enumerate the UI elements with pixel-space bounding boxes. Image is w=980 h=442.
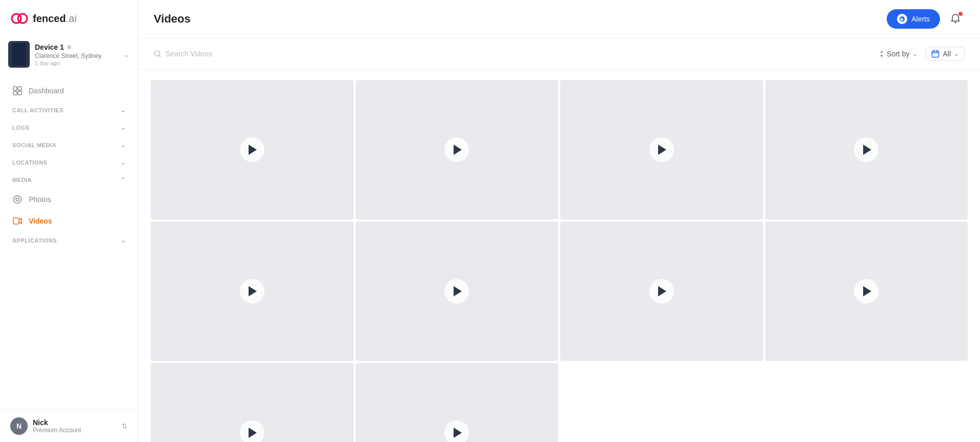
logo-icon xyxy=(10,9,29,28)
calendar-icon xyxy=(931,50,940,58)
play-button[interactable] xyxy=(240,137,264,162)
video-card[interactable] xyxy=(560,80,763,219)
social-media-chevron-icon: ⌄ xyxy=(120,142,126,149)
sort-dropdown-icon: ⌄ xyxy=(912,50,917,57)
sort-control[interactable]: ▲ ▼ Sort by ⌄ xyxy=(880,50,917,58)
svg-text:▶: ▶ xyxy=(901,17,904,22)
play-triangle-icon xyxy=(863,286,871,296)
play-button[interactable] xyxy=(649,137,674,162)
sidebar-item-logs[interactable]: LOGS ⌄ xyxy=(0,119,138,136)
sidebar-item-locations[interactable]: LOCATIONS ⌄ xyxy=(0,154,138,171)
sidebar-item-media[interactable]: MEDIA ⌃ xyxy=(0,171,138,189)
videos-icon xyxy=(12,216,23,226)
nav-section: Dashboard CALL ACTIVITIES ⌄ LOGS ⌄ SOCIA… xyxy=(0,76,138,410)
main-content: Videos ▶ Alerts xyxy=(138,0,980,442)
alerts-button-label: Alerts xyxy=(911,15,930,23)
video-grid xyxy=(151,80,968,442)
header-actions: ▶ Alerts xyxy=(887,9,965,29)
play-button[interactable] xyxy=(444,420,469,442)
video-card[interactable] xyxy=(151,363,354,442)
media-label: MEDIA xyxy=(12,177,32,183)
svg-point-7 xyxy=(16,198,19,201)
sidebar: fenced.ai Device 1 Clarence Street, Sydn… xyxy=(0,0,138,442)
user-plan: Premium Account xyxy=(33,427,116,434)
user-footer[interactable]: N Nick Premium Account ⇅ xyxy=(0,410,138,442)
notification-button[interactable] xyxy=(946,10,965,28)
video-card[interactable] xyxy=(356,80,559,219)
video-card[interactable] xyxy=(151,222,354,361)
sort-arrows-icon: ▲ ▼ xyxy=(880,50,884,58)
play-button[interactable] xyxy=(854,137,879,162)
play-button[interactable] xyxy=(444,279,469,304)
svg-rect-3 xyxy=(18,87,22,90)
play-triangle-icon xyxy=(863,145,871,155)
svg-rect-2 xyxy=(13,87,17,90)
locations-label: LOCATIONS xyxy=(12,159,47,166)
dashboard-icon xyxy=(12,86,23,96)
logo-text: fenced.ai xyxy=(33,13,77,25)
search-filter-bar: ▲ ▼ Sort by ⌄ All ⌄ xyxy=(138,38,980,70)
sidebar-item-social-media[interactable]: SOCIAL MEDIA ⌄ xyxy=(0,136,138,154)
sort-by-label: Sort by xyxy=(887,50,909,58)
svg-point-1 xyxy=(18,14,27,23)
play-triangle-icon xyxy=(249,286,257,296)
alerts-button[interactable]: ▶ Alerts xyxy=(887,9,940,29)
logs-chevron-icon: ⌄ xyxy=(120,124,126,131)
play-button[interactable] xyxy=(854,279,879,304)
device-name: Device 1 xyxy=(35,43,118,51)
video-card[interactable] xyxy=(356,222,559,361)
video-card[interactable] xyxy=(765,80,968,219)
sidebar-item-call-activities[interactable]: CALL ACTIVITIES ⌄ xyxy=(0,102,138,119)
sidebar-item-dashboard[interactable]: Dashboard xyxy=(0,80,138,102)
device-status-dot xyxy=(67,45,71,49)
call-activities-label: CALL ACTIVITIES xyxy=(12,107,64,113)
play-button[interactable] xyxy=(240,420,264,442)
video-card[interactable] xyxy=(560,222,763,361)
video-grid-container xyxy=(138,70,980,442)
applications-chevron-icon: ⌄ xyxy=(120,237,126,244)
sidebar-item-videos[interactable]: Videos xyxy=(0,210,138,232)
dashboard-label: Dashboard xyxy=(29,87,64,95)
date-filter-label: All xyxy=(943,50,951,58)
photos-label: Photos xyxy=(29,195,51,204)
videos-label: Videos xyxy=(29,217,52,225)
svg-point-6 xyxy=(14,196,22,204)
search-input[interactable] xyxy=(166,50,359,58)
search-icon xyxy=(154,50,161,58)
device-card[interactable]: Device 1 Clarence Street, Sydney 1 day a… xyxy=(8,41,130,68)
sidebar-item-photos[interactable]: Photos xyxy=(0,189,138,210)
logo-area: fenced.ai xyxy=(0,0,138,37)
play-triangle-icon xyxy=(454,286,462,296)
device-info: Device 1 Clarence Street, Sydney 1 day a… xyxy=(35,43,118,66)
video-card[interactable] xyxy=(151,80,354,219)
sidebar-item-applications[interactable]: APPLICATIONS ⌄ xyxy=(0,232,138,249)
date-filter[interactable]: All ⌄ xyxy=(926,47,965,61)
media-chevron-icon: ⌃ xyxy=(120,176,126,184)
user-chevron-icon[interactable]: ⇅ xyxy=(121,422,128,430)
play-button[interactable] xyxy=(240,279,264,304)
play-triangle-icon xyxy=(249,145,257,155)
photos-icon xyxy=(12,194,23,205)
play-button[interactable] xyxy=(649,279,674,304)
play-triangle-icon xyxy=(658,145,666,155)
svg-rect-8 xyxy=(13,218,19,224)
alerts-button-icon: ▶ xyxy=(897,14,907,24)
play-triangle-icon xyxy=(454,428,462,438)
search-container xyxy=(154,50,359,58)
svg-rect-4 xyxy=(13,91,17,95)
play-triangle-icon xyxy=(658,286,666,296)
device-chevron-icon[interactable]: ⌄ xyxy=(124,50,130,58)
applications-label: APPLICATIONS xyxy=(12,237,57,244)
play-button[interactable] xyxy=(444,137,469,162)
svg-rect-12 xyxy=(932,51,939,57)
device-location: Clarence Street, Sydney xyxy=(35,52,118,59)
device-time: 1 day ago xyxy=(35,60,118,66)
play-triangle-icon xyxy=(454,145,462,155)
notification-badge xyxy=(958,12,963,16)
avatar: N xyxy=(10,417,28,435)
video-card[interactable] xyxy=(765,222,968,361)
video-card[interactable] xyxy=(356,363,559,442)
top-header: Videos ▶ Alerts xyxy=(138,0,980,38)
date-filter-chevron-icon: ⌄ xyxy=(954,50,959,57)
user-info: Nick Premium Account xyxy=(33,418,116,434)
